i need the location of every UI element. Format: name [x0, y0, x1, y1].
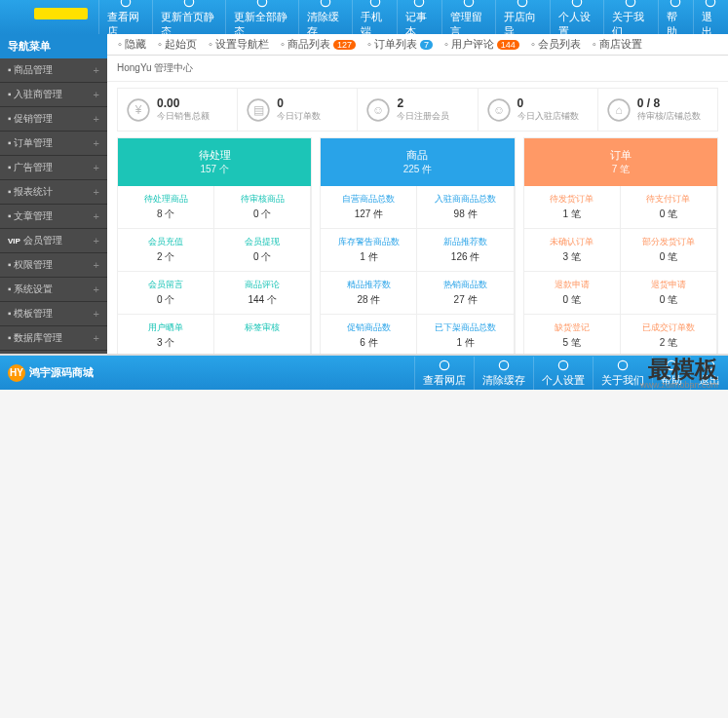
sidebar-item[interactable]: ▪ 报表统计+ — [0, 180, 107, 205]
card-cell[interactable]: 待支付订单0 笔 — [621, 186, 717, 229]
tab[interactable]: ◦ 会员列表 — [525, 34, 587, 55]
sidebar-item[interactable]: ▪ 广告管理+ — [0, 156, 107, 180]
svg-point-23 — [499, 360, 508, 369]
tab-bar: ◦ 隐藏◦ 起始页◦ 设置导航栏◦ 商品列表127◦ 订单列表7◦ 用户评论14… — [107, 34, 728, 56]
sidebar-1: 导航菜单 ▪ 商品管理+▪ 入驻商管理+▪ 促销管理+▪ 订单管理+▪ 广告管理… — [0, 34, 107, 354]
header-icon[interactable]: 个人设置 — [533, 357, 593, 390]
card-cell[interactable]: 会员留言0 个 — [118, 272, 214, 315]
card-cell[interactable]: 缺货登记5 笔 — [524, 315, 621, 354]
card-cell[interactable]: 未确认订单3 笔 — [524, 229, 621, 272]
card-cell[interactable]: 新品推荐数126 件 — [417, 229, 514, 272]
sidebar-item[interactable]: ▪ 系统设置+ — [0, 278, 107, 302]
sidebar-item[interactable]: ▪ 入驻商管理+ — [0, 83, 107, 107]
card-cell[interactable]: 待处理商品8 个 — [118, 186, 214, 229]
svg-point-1 — [184, 0, 193, 7]
card-cell[interactable]: 促销商品数6 件 — [321, 315, 417, 354]
card-cell[interactable]: 商品评论144 个 — [214, 272, 311, 315]
stat-item: ☺0今日入驻店铺数 — [479, 89, 598, 131]
card-cell[interactable]: 热销商品数27 件 — [417, 272, 514, 315]
svg-text:☺: ☺ — [493, 103, 505, 117]
header-1: 查看网店更新首页静态更新全部静态清除缓存手机端记事本管理留言开店向导个人设置关于… — [0, 0, 728, 34]
svg-text:⌂: ⌂ — [615, 103, 622, 117]
tab[interactable]: ◦ 隐藏 — [112, 34, 152, 55]
svg-point-0 — [121, 0, 130, 7]
sidebar-title: 导航菜单 — [0, 34, 107, 58]
svg-point-9 — [627, 0, 635, 7]
cards-row: 待处理157 个待处理商品8 个待审核商品0 个会员充值2 个会员提现0 个会员… — [117, 137, 718, 354]
sidebar-item[interactable]: ▪ 权限管理+ — [0, 253, 107, 278]
card-cell[interactable]: 库存警告商品数1 件 — [321, 229, 417, 272]
main-1: ◦ 隐藏◦ 起始页◦ 设置导航栏◦ 商品列表127◦ 订单列表7◦ 用户评论14… — [107, 34, 728, 354]
svg-point-22 — [440, 360, 448, 369]
dashboard-card: 商品225 件自营商品总数127 件入驻商商品总数98 件库存警告商品数1 件新… — [320, 137, 515, 354]
tab[interactable]: ◦ 设置导航栏 — [203, 34, 275, 55]
svg-point-2 — [257, 0, 266, 7]
sidebar-item[interactable]: ▪ 模板管理+ — [0, 302, 107, 326]
header-2: HY 鸿宇源码商城 查看网店清除缓存个人设置关于我们帮助退出 — [0, 356, 728, 390]
card-cell[interactable]: 入驻商商品总数98 件 — [417, 186, 514, 229]
card-cell[interactable]: 用户晒单3 个 — [118, 315, 214, 354]
card-cell[interactable]: 会员充值2 个 — [118, 229, 214, 272]
tab[interactable]: ◦ 用户评论144 — [439, 34, 525, 55]
card-cell[interactable]: 已成交订单数2 笔 — [621, 315, 717, 354]
card-cell[interactable]: 精品推荐数28 件 — [321, 272, 417, 315]
svg-point-8 — [572, 0, 581, 7]
watermark-url: www.zuimoban.com — [640, 380, 718, 390]
sidebar-item[interactable]: ▪ 商品管理+ — [0, 58, 107, 83]
stat-item: ⌂0 / 8待审核/店铺总数 — [598, 89, 717, 131]
svg-point-10 — [671, 0, 680, 7]
svg-point-5 — [415, 0, 424, 7]
breadcrumb: HongYu 管理中心 — [107, 56, 728, 82]
card-cell[interactable]: 退款申请0 笔 — [524, 272, 621, 315]
stat-item: ▤0今日订单数 — [238, 89, 358, 131]
sidebar-item[interactable]: ▪ 订单管理+ — [0, 132, 107, 156]
header-icon[interactable]: 查看网店 — [414, 357, 474, 390]
tab[interactable]: ◦ 商品列表127 — [275, 34, 362, 55]
card-cell[interactable]: 部分发货订单0 笔 — [621, 229, 717, 272]
svg-text:▤: ▤ — [253, 103, 264, 117]
logo-text: 鸿宇源码商城 — [29, 365, 94, 380]
card-cell[interactable]: 待审核商品0 个 — [214, 186, 311, 229]
sidebar-item[interactable]: ▪ 文章管理+ — [0, 205, 107, 229]
dashboard-card: 订单7 笔待发货订单1 笔待支付订单0 笔未确认订单3 笔部分发货订单0 笔退款… — [523, 137, 718, 354]
svg-point-6 — [464, 0, 473, 7]
svg-point-7 — [518, 0, 527, 7]
svg-text:¥: ¥ — [134, 103, 142, 117]
tab[interactable]: ◦ 商店设置 — [587, 34, 648, 55]
stats-row: ¥0.00今日销售总额▤0今日订单数☺2今日注册会员☺0今日入驻店铺数⌂0 / … — [117, 88, 718, 132]
svg-point-25 — [618, 360, 627, 369]
card-cell[interactable]: 自营商品总数127 件 — [321, 186, 417, 229]
stat-item: ☺2今日注册会员 — [358, 89, 478, 131]
svg-point-4 — [370, 0, 379, 7]
svg-point-24 — [558, 360, 567, 369]
svg-point-11 — [707, 0, 715, 7]
logo-badge: HY — [8, 364, 25, 382]
tab[interactable]: ◦ 起始页 — [152, 34, 203, 55]
sidebar-item[interactable]: ▪ 数据库管理+ — [0, 326, 107, 351]
card-cell[interactable]: 已下架商品总数1 件 — [417, 315, 514, 354]
card-cell[interactable]: 退货申请0 笔 — [621, 272, 717, 315]
sidebar-item[interactable]: VIP会员管理+ — [0, 229, 107, 253]
card-cell[interactable]: 会员提现0 个 — [214, 229, 311, 272]
sidebar-item[interactable]: ▪ 促销管理+ — [0, 107, 107, 132]
header-icon[interactable]: 清除缓存 — [474, 357, 533, 390]
svg-point-3 — [321, 0, 329, 7]
stat-item: ¥0.00今日销售总额 — [118, 89, 238, 131]
card-cell[interactable]: 标签审核 — [214, 315, 311, 354]
logo-2: HY 鸿宇源码商城 — [0, 356, 107, 390]
card-cell[interactable]: 待发货订单1 笔 — [524, 186, 621, 229]
tab[interactable]: ◦ 订单列表7 — [362, 34, 439, 55]
logo-area — [0, 0, 98, 34]
dashboard-card: 待处理157 个待处理商品8 个待审核商品0 个会员充值2 个会员提现0 个会员… — [117, 137, 312, 354]
svg-text:☺: ☺ — [372, 103, 384, 117]
